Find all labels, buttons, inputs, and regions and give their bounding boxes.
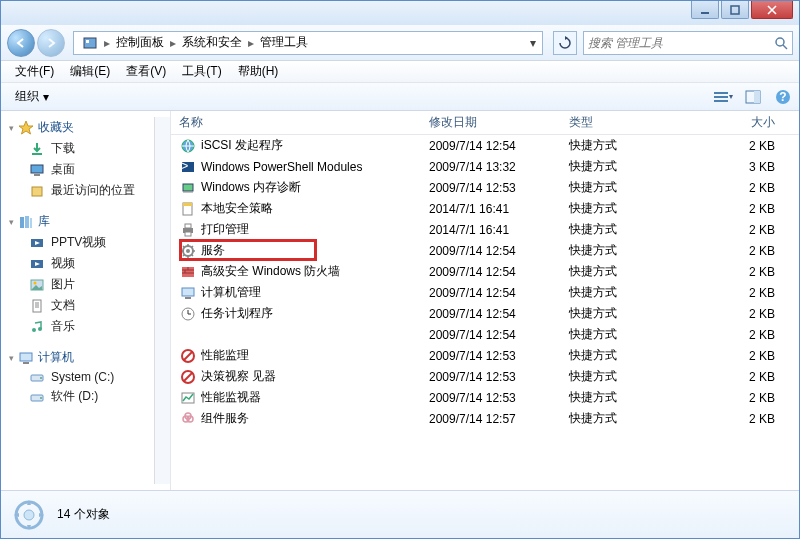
- file-date: 2009/7/14 12:54: [421, 286, 561, 300]
- sidebar-item[interactable]: 音乐: [1, 316, 154, 337]
- content-area: ▾ 收藏夹 下载桌面最近访问的位置 ▾ 库 PPTV视频视频图片文档音乐: [1, 111, 799, 490]
- file-row[interactable]: 服务2009/7/14 12:54快捷方式2 KB: [171, 240, 799, 261]
- file-row[interactable]: Windows 内存诊断2009/7/14 12:53快捷方式2 KB: [171, 177, 799, 198]
- svg-rect-46: [185, 224, 191, 228]
- file-type: 快捷方式: [561, 242, 681, 259]
- file-row[interactable]: 组件服务2009/7/14 12:57快捷方式2 KB: [171, 408, 799, 429]
- file-row[interactable]: 决策视察 见器2009/7/14 12:53快捷方式2 KB: [171, 366, 799, 387]
- menu-file[interactable]: 文件(F): [7, 63, 62, 80]
- titlebar: [1, 1, 799, 25]
- search-input[interactable]: [588, 36, 774, 50]
- chevron-right-icon[interactable]: ▸: [102, 36, 112, 50]
- sidebar-item[interactable]: 文档: [1, 295, 154, 316]
- file-size: 2 KB: [681, 286, 799, 300]
- menu-edit[interactable]: 编辑(E): [62, 63, 118, 80]
- sidebar-item[interactable]: System (C:): [1, 368, 154, 386]
- close-button[interactable]: [751, 1, 793, 19]
- file-list: iSCSI 发起程序2009/7/14 12:54快捷方式2 KB>_Windo…: [171, 135, 799, 490]
- file-row[interactable]: 2009/7/14 12:54快捷方式2 KB: [171, 324, 799, 345]
- file-size: 2 KB: [681, 412, 799, 426]
- file-type: 快捷方式: [561, 221, 681, 238]
- sidebar-label: 收藏夹: [38, 119, 74, 136]
- sidebar-item[interactable]: 桌面: [1, 159, 154, 180]
- preview-pane-button[interactable]: [743, 87, 763, 107]
- file-row[interactable]: 高级安全 Windows 防火墙2009/7/14 12:54快捷方式2 KB: [171, 261, 799, 282]
- file-row[interactable]: 计算机管理2009/7/14 12:54快捷方式2 KB: [171, 282, 799, 303]
- address-dropdown-icon[interactable]: ▾: [528, 36, 538, 50]
- file-row[interactable]: 打印管理2014/7/1 16:41快捷方式2 KB: [171, 219, 799, 240]
- sidebar-scrollbar[interactable]: [154, 117, 170, 484]
- column-header-name[interactable]: 名称: [171, 114, 421, 131]
- minimize-button[interactable]: [691, 1, 719, 19]
- search-icon[interactable]: [774, 36, 788, 50]
- chevron-right-icon[interactable]: ▸: [168, 36, 178, 50]
- file-name: 性能监理: [201, 347, 413, 364]
- sidebar-item-label: PPTV视频: [51, 234, 106, 251]
- sidebar-item[interactable]: PPTV视频: [1, 232, 154, 253]
- file-size: 2 KB: [681, 307, 799, 321]
- file-row[interactable]: 性能监视器2009/7/14 12:53快捷方式2 KB: [171, 387, 799, 408]
- chevron-right-icon[interactable]: ▸: [246, 36, 256, 50]
- sidebar-item[interactable]: 软件 (D:): [1, 386, 154, 407]
- ps-icon: >_: [179, 159, 197, 175]
- column-header-type[interactable]: 类型: [561, 114, 681, 131]
- forward-button[interactable]: [37, 29, 65, 57]
- svg-rect-47: [185, 232, 191, 236]
- help-button[interactable]: ?: [773, 87, 793, 107]
- print-icon: [179, 222, 197, 238]
- file-size: 2 KB: [681, 223, 799, 237]
- breadcrumb-item[interactable]: 管理工具: [256, 34, 312, 51]
- toolbar: 组织 ▾ ▾ ?: [1, 83, 799, 111]
- star-icon: [18, 120, 34, 136]
- file-date: 2009/7/14 12:53: [421, 349, 561, 363]
- refresh-button[interactable]: [553, 31, 577, 55]
- sidebar-item[interactable]: 图片: [1, 274, 154, 295]
- back-button[interactable]: [7, 29, 35, 57]
- sidebar-label: 计算机: [38, 349, 74, 366]
- sidebar-item[interactable]: 最近访问的位置: [1, 180, 154, 201]
- organize-button[interactable]: 组织 ▾: [7, 86, 57, 107]
- chevron-down-icon: ▾: [43, 90, 49, 104]
- column-header-size[interactable]: 大小: [681, 114, 799, 131]
- breadcrumb-item[interactable]: 系统和安全: [178, 34, 246, 51]
- sidebar-item[interactable]: 下载: [1, 138, 154, 159]
- file-type: 快捷方式: [561, 200, 681, 217]
- status-text: 14 个对象: [57, 506, 110, 523]
- file-type: 快捷方式: [561, 158, 681, 175]
- file-row[interactable]: 性能监理2009/7/14 12:53快捷方式2 KB: [171, 345, 799, 366]
- breadcrumb-item[interactable]: 控制面板: [112, 34, 168, 51]
- svg-rect-21: [30, 218, 32, 228]
- file-row[interactable]: 本地安全策略2014/7/1 16:41快捷方式2 KB: [171, 198, 799, 219]
- search-box[interactable]: [583, 31, 793, 55]
- menu-view[interactable]: 查看(V): [118, 63, 174, 80]
- file-row[interactable]: >_Windows PowerShell Modules2009/7/14 13…: [171, 156, 799, 177]
- file-name: iSCSI 发起程序: [201, 137, 413, 154]
- file-name: 性能监视器: [201, 389, 413, 406]
- globe-icon: [179, 138, 197, 154]
- sidebar-heading-computer[interactable]: ▾ 计算机: [1, 347, 154, 368]
- sidebar-item-label: 下载: [51, 140, 75, 157]
- address-bar[interactable]: ▸ 控制面板 ▸ 系统和安全 ▸ 管理工具 ▾: [73, 31, 543, 55]
- file-row[interactable]: iSCSI 发起程序2009/7/14 12:54快捷方式2 KB: [171, 135, 799, 156]
- file-row[interactable]: 任务计划程序2009/7/14 12:54快捷方式2 KB: [171, 303, 799, 324]
- view-mode-button[interactable]: ▾: [713, 87, 733, 107]
- blocked-icon: [179, 369, 197, 385]
- svg-rect-18: [32, 187, 42, 196]
- sidebar-heading-libraries[interactable]: ▾ 库: [1, 211, 154, 232]
- maximize-button[interactable]: [721, 1, 749, 19]
- sidebar-item-label: 图片: [51, 276, 75, 293]
- recent-icon: [29, 184, 45, 198]
- menu-help[interactable]: 帮助(H): [230, 63, 287, 80]
- file-name: 计算机管理: [201, 284, 413, 301]
- task-icon: [179, 306, 197, 322]
- collapse-icon: ▾: [9, 217, 14, 227]
- file-name: 打印管理: [201, 221, 413, 238]
- sidebar-group-libraries: ▾ 库 PPTV视频视频图片文档音乐: [1, 211, 154, 337]
- breadcrumb-root-icon[interactable]: [78, 35, 102, 51]
- sidebar-item[interactable]: 视频: [1, 253, 154, 274]
- menu-tools[interactable]: 工具(T): [174, 63, 229, 80]
- pictures-icon: [29, 278, 45, 292]
- sidebar-heading-favorites[interactable]: ▾ 收藏夹: [1, 117, 154, 138]
- svg-rect-9: [714, 96, 728, 98]
- column-header-date[interactable]: 修改日期: [421, 114, 561, 131]
